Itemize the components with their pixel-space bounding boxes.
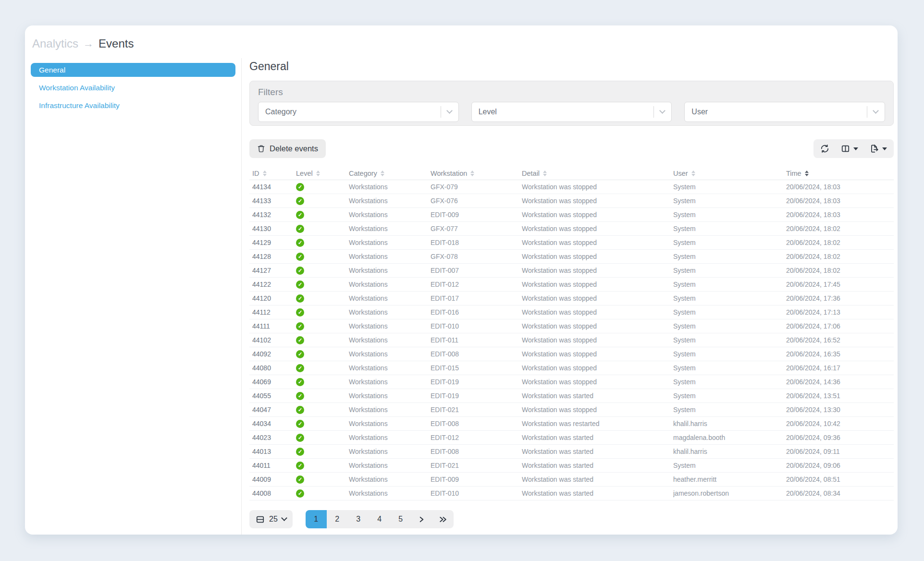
page-button-3[interactable]: 3 [348, 510, 369, 528]
cell-id: 44129 [249, 239, 296, 246]
cell-workstation: EDIT-017 [431, 294, 522, 302]
cell-time: 20/06/2024, 18:03 [786, 197, 894, 205]
page-button-5[interactable]: 5 [390, 510, 411, 528]
user-filter-placeholder: User [691, 108, 867, 116]
cell-workstation: EDIT-021 [431, 462, 522, 469]
cell-user: System [673, 392, 786, 400]
cell-time: 20/06/2024, 17:36 [786, 294, 894, 302]
success-check-icon: ✓ [296, 225, 304, 233]
cell-category: Workstations [349, 364, 431, 372]
cell-id: 44122 [249, 280, 296, 288]
page-button-1[interactable]: 1 [306, 510, 327, 528]
cell-id: 44008 [249, 489, 296, 497]
last-page-button[interactable] [432, 510, 454, 528]
refresh-button[interactable] [820, 144, 829, 153]
cell-user: heather.merritt [673, 476, 786, 483]
breadcrumb-analytics[interactable]: Analytics [32, 37, 78, 50]
content-row: General Workstation Availability Infrast… [25, 58, 898, 535]
column-header-level[interactable]: Level [296, 170, 349, 177]
cell-category: Workstations [349, 378, 431, 386]
success-check-icon: ✓ [296, 239, 304, 247]
table-row: 44120 ✓ Workstations EDIT-017 Workstatio… [249, 292, 894, 305]
rows-per-page-icon [256, 515, 265, 524]
cell-detail: Workstation was stopped [522, 406, 673, 414]
column-header-time[interactable]: Time [786, 170, 894, 177]
select-divider [867, 106, 867, 118]
user-filter-select[interactable]: User [684, 102, 885, 122]
column-header-user[interactable]: User [673, 170, 786, 177]
table-row: 44133 ✓ Workstations GFX-076 Workstation… [249, 194, 894, 208]
cell-time: 20/06/2024, 16:17 [786, 364, 894, 372]
cell-detail: Workstation was started [522, 448, 673, 455]
column-header-workstation[interactable]: Workstation [431, 170, 522, 177]
success-check-icon: ✓ [296, 378, 304, 386]
column-header-id[interactable]: ID [249, 170, 296, 177]
cell-time: 20/06/2024, 16:52 [786, 336, 894, 344]
cell-user: System [673, 267, 786, 274]
category-filter-select[interactable]: Category [258, 102, 459, 122]
cell-id: 44132 [249, 211, 296, 219]
next-page-button[interactable] [411, 510, 432, 528]
sidebar-item-infrastructure-availability[interactable]: Infrastructure Availability [31, 98, 235, 112]
cell-workstation: GFX-078 [431, 253, 522, 260]
sidebar-item-general[interactable]: General [31, 63, 235, 77]
sort-icon [543, 171, 547, 176]
cell-workstation: EDIT-018 [431, 239, 522, 246]
cell-time: 20/06/2024, 13:51 [786, 392, 894, 400]
export-button[interactable] [870, 144, 887, 153]
success-check-icon: ✓ [296, 489, 304, 498]
success-check-icon: ✓ [296, 462, 304, 470]
table-row: 44011 ✓ Workstations EDIT-021 Workstatio… [249, 459, 894, 473]
cell-workstation: EDIT-008 [431, 350, 522, 358]
cell-time: 20/06/2024, 08:34 [786, 489, 894, 497]
cell-detail: Workstation was stopped [522, 253, 673, 260]
cell-id: 44111 [249, 322, 296, 330]
cell-category: Workstations [349, 322, 431, 330]
chevron-down-icon [446, 108, 453, 114]
cell-category: Workstations [349, 294, 431, 302]
cell-id: 44112 [249, 308, 296, 316]
table-row: 44034 ✓ Workstations EDIT-008 Workstatio… [249, 417, 894, 431]
sidebar-item-workstation-availability[interactable]: Workstation Availability [31, 81, 235, 95]
chevron-down-icon [873, 108, 879, 114]
table-row: 44127 ✓ Workstations EDIT-007 Workstatio… [249, 264, 894, 278]
column-header-detail[interactable]: Detail [522, 170, 673, 177]
cell-level: ✓ [296, 364, 349, 372]
columns-button[interactable] [841, 144, 858, 153]
cell-category: Workstations [349, 406, 431, 414]
success-check-icon: ✓ [296, 406, 304, 414]
events-table: ID Level Category Workstation [249, 167, 894, 500]
cell-level: ✓ [296, 489, 349, 498]
cell-time: 20/06/2024, 17:45 [786, 280, 894, 288]
cell-time: 20/06/2024, 14:36 [786, 378, 894, 386]
cell-id: 44011 [249, 462, 296, 469]
page-button-4[interactable]: 4 [369, 510, 390, 528]
chevron-right-icon [419, 516, 424, 523]
level-filter-select[interactable]: Level [471, 102, 672, 122]
cell-workstation: EDIT-015 [431, 364, 522, 372]
breadcrumb-arrow-icon: → [83, 37, 94, 50]
table-row: 44069 ✓ Workstations EDIT-019 Workstatio… [249, 375, 894, 389]
page-button-2[interactable]: 2 [327, 510, 348, 528]
cell-id: 44092 [249, 350, 296, 358]
caret-down-icon [882, 147, 887, 150]
delete-events-button[interactable]: Delete events [249, 139, 326, 158]
cell-category: Workstations [349, 462, 431, 469]
cell-time: 20/06/2024, 18:02 [786, 225, 894, 232]
cell-category: Workstations [349, 211, 431, 219]
filters-title: Filters [258, 87, 885, 98]
page-size-select[interactable]: 25 [249, 510, 293, 528]
cell-level: ✓ [296, 433, 349, 442]
table-toolbar: Delete events [249, 139, 894, 158]
cell-time: 20/06/2024, 13:30 [786, 406, 894, 414]
cell-level: ✓ [296, 196, 349, 205]
pagination-pages: 1 2 3 4 5 [306, 510, 454, 528]
column-header-category[interactable]: Category [349, 170, 431, 177]
cell-user: System [673, 336, 786, 344]
cell-user: System [673, 253, 786, 260]
cell-level: ✓ [296, 378, 349, 386]
cell-category: Workstations [349, 267, 431, 274]
cell-detail: Workstation was stopped [522, 280, 673, 288]
cell-level: ✓ [296, 391, 349, 400]
cell-category: Workstations [349, 434, 431, 441]
